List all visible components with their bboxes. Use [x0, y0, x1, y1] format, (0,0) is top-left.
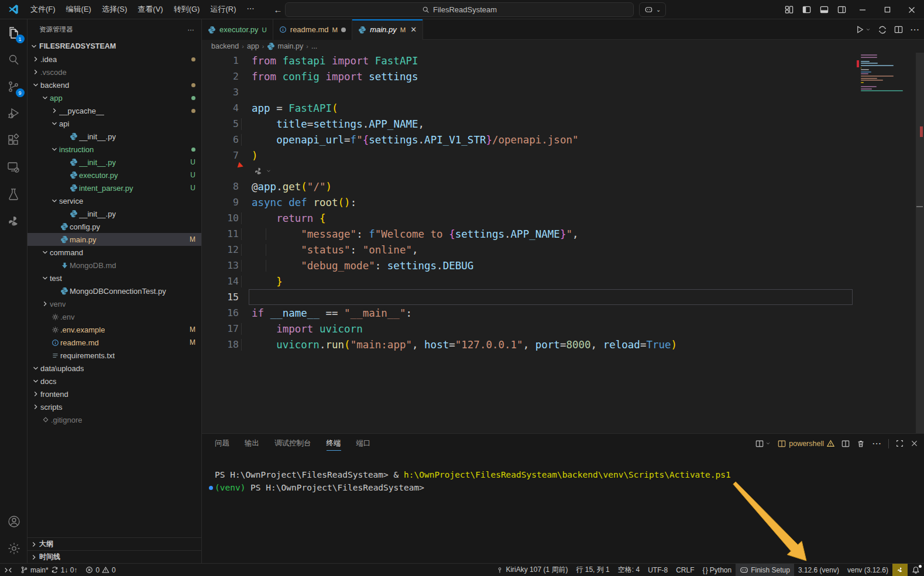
remote-explorer-icon[interactable] [0, 154, 28, 181]
tree-item-requirements.txt[interactable]: requirements.txt [28, 349, 201, 362]
code-line-4[interactable]: 4app = FastAPI( [202, 100, 924, 116]
sidebar-more-actions-icon[interactable]: ⋯ [188, 26, 195, 34]
code-line-7[interactable]: 7) [202, 148, 924, 163]
editor-tab-main.py[interactable]: main.pyM✕ [352, 19, 423, 40]
outline-section[interactable]: 大纲 [28, 537, 201, 550]
editor-tab-executor.py[interactable]: executor.pyU [202, 19, 273, 40]
code-line-13[interactable]: 13 "debug_mode": settings.DEBUG [202, 258, 924, 273]
tree-item-.gitignore[interactable]: .gitignore [28, 413, 201, 426]
tree-item-instruction[interactable]: instruction [28, 143, 201, 156]
menu-item-2[interactable]: 选择(S) [97, 2, 132, 17]
extensions-icon[interactable] [0, 127, 28, 154]
cursor-position-item[interactable]: 行 15, 列 1 [572, 564, 613, 576]
maximize-panel-icon[interactable] [896, 440, 904, 447]
window-maximize-button[interactable] [875, 0, 899, 19]
tree-item-intent_parser.py[interactable]: intent_parser.pyU [28, 181, 201, 194]
toggle-sidebar-icon[interactable] [798, 0, 815, 19]
tree-item-venv[interactable]: venv [28, 297, 201, 310]
tree-item-.env[interactable]: .env [28, 310, 201, 323]
code-line-8[interactable]: 8@app.get("/") [202, 179, 924, 194]
code-line-17[interactable]: 17 import uvicorn [202, 321, 924, 337]
close-tab-icon[interactable]: ✕ [410, 25, 417, 34]
menu-item-3[interactable]: 查看(V) [132, 2, 168, 17]
tree-item-frontend[interactable]: frontend [28, 388, 201, 400]
panel-tab-端口[interactable]: 端口 [356, 434, 371, 453]
panel-tab-问题[interactable]: 问题 [215, 434, 229, 453]
encoding-item[interactable]: UTF-8 [644, 564, 672, 576]
code-line-11[interactable]: 11 "message": f"Welcome to {settings.APP… [202, 226, 924, 242]
code-line-16[interactable]: 16if __name__ == "__main__": [202, 305, 924, 321]
account-icon[interactable] [0, 508, 28, 535]
run-python-file-button[interactable] [856, 25, 871, 34]
eol-item[interactable]: CRLF [672, 564, 698, 576]
inline-assistant-widget[interactable] [202, 163, 924, 179]
toggle-secondary-sidebar-icon[interactable] [833, 0, 850, 19]
toggle-panel-icon[interactable] [815, 0, 833, 19]
menu-item-5[interactable]: 运行(R) [205, 2, 241, 17]
tree-item-.env.example[interactable]: .env.exampleM [28, 323, 201, 336]
tree-item-.vscode[interactable]: .vscode [28, 66, 201, 78]
breadcrumb[interactable]: backend›app›main.py›... [202, 40, 924, 53]
panel-tab-输出[interactable]: 输出 [245, 434, 259, 453]
editor-scrollbar[interactable] [916, 53, 924, 455]
git-blame-item[interactable]: KiriAky 107 (1 周前) [492, 564, 572, 576]
tree-item-backend[interactable]: backend [28, 78, 201, 91]
tree-item-__init__.py[interactable]: __init__.py [28, 130, 201, 143]
indentation-item[interactable]: 空格: 4 [614, 564, 644, 576]
code-line-5[interactable]: 5 title=settings.APP_NAME, [202, 116, 924, 132]
tree-item-main.py[interactable]: main.pyM [28, 233, 201, 246]
remote-indicator[interactable] [0, 564, 16, 576]
pinwheel-extension-icon[interactable] [0, 208, 28, 235]
code-line-18[interactable]: 18 uvicorn.run("main:app", host="127.0.0… [202, 337, 924, 352]
terminal-tab-powershell[interactable]: powershell [778, 440, 834, 448]
tree-item-__pycache__[interactable]: __pycache__ [28, 104, 201, 117]
editor-tab-readme.md[interactable]: readme.mdM [273, 19, 352, 40]
code-line-6[interactable]: 6 openapi_url=f"{settings.API_V1_STR}/op… [202, 132, 924, 148]
code-line-14[interactable]: 14 } [202, 273, 924, 289]
code-line-1[interactable]: 1from fastapi import FastAPI [202, 53, 924, 68]
command-center-search[interactable]: FilesReadSysteam [285, 2, 634, 17]
copilot-menu-button[interactable]: ⌄ [639, 2, 666, 17]
notifications-bell-icon[interactable] [908, 564, 924, 576]
breadcrumb-item[interactable]: main.py [277, 42, 303, 50]
menu-item-4[interactable]: 转到(G) [169, 2, 205, 17]
tree-item-config.py[interactable]: config.py [28, 220, 201, 233]
customize-layout-icon[interactable] [780, 0, 798, 19]
menu-item-0[interactable]: 文件(F) [25, 2, 61, 17]
tree-item-api[interactable]: api [28, 117, 201, 130]
breadcrumb-item[interactable]: backend [211, 42, 239, 50]
editor-more-actions-icon[interactable]: ⋯ [910, 24, 919, 35]
breadcrumb-item[interactable]: ... [311, 42, 317, 50]
tree-item-MongoDBConnectionTest.py[interactable]: MongoDBConnectionTest.py [28, 284, 201, 297]
code-line-9[interactable]: 9async def root(): [202, 194, 924, 210]
tree-item-command[interactable]: command [28, 246, 201, 259]
timeline-section[interactable]: 时间线 [28, 550, 201, 563]
tree-item-test[interactable]: test [28, 272, 201, 284]
language-mode-item[interactable]: { } Python [698, 564, 736, 576]
breadcrumb-item[interactable]: app [247, 42, 259, 50]
minimap[interactable] [861, 54, 915, 92]
panel-tab-调试控制台[interactable]: 调试控制台 [274, 434, 311, 453]
tree-item-MongoDB.md[interactable]: MongoDB.md [28, 259, 201, 272]
close-panel-icon[interactable] [911, 440, 918, 447]
testing-icon[interactable] [0, 181, 28, 208]
run-iterate-icon[interactable] [878, 25, 887, 35]
tree-item-scripts[interactable]: scripts [28, 400, 201, 413]
tree-item-app[interactable]: app [28, 91, 201, 104]
run-debug-icon[interactable] [0, 100, 28, 127]
code-line-10[interactable]: 10 return { [202, 210, 924, 226]
nav-back-button[interactable]: ← [273, 5, 282, 15]
tree-item-service[interactable]: service [28, 194, 201, 207]
code-line-12[interactable]: 12 "status": "online", [202, 242, 924, 258]
pinwheel-status-icon[interactable] [892, 564, 908, 576]
tree-item-docs[interactable]: docs [28, 375, 201, 388]
source-control-icon[interactable]: 9 [0, 73, 28, 100]
code-line-15[interactable]: 15 [202, 289, 924, 305]
panel-more-actions-icon[interactable]: ⋯ [872, 438, 881, 449]
code-editor[interactable]: 1from fastapi import FastAPI2from config… [202, 53, 924, 433]
tree-item-__init__.py[interactable]: __init__.pyU [28, 156, 201, 169]
launch-profile-button[interactable] [755, 440, 771, 448]
venv-item[interactable]: venv (3.12.6) [843, 564, 892, 576]
explorer-icon[interactable]: 1 [0, 19, 28, 46]
menu-item-1[interactable]: 编辑(E) [61, 2, 97, 17]
